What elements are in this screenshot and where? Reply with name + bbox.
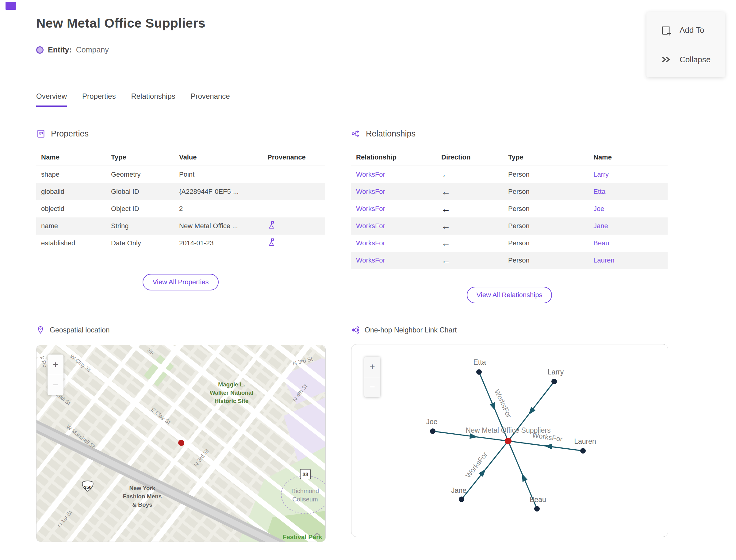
map-zoom-in-button[interactable]: + <box>48 355 63 375</box>
rel-type: Person <box>503 217 588 235</box>
col-type: Type <box>503 149 588 166</box>
node-joe[interactable] <box>430 428 435 434</box>
properties-section-title: Properties <box>51 129 89 139</box>
relationships-section-header: Relationships <box>351 129 668 139</box>
view-all-properties-button[interactable]: View All Properties <box>143 274 218 290</box>
svg-text:Fashion Mens: Fashion Mens <box>123 493 162 500</box>
svg-text:New York: New York <box>129 485 155 491</box>
tab-overview[interactable]: Overview <box>36 92 67 107</box>
map-zoom-out-button[interactable]: − <box>48 375 63 395</box>
node-etta[interactable] <box>476 369 482 375</box>
prop-type: String <box>106 217 174 235</box>
map-location-marker[interactable] <box>178 440 184 446</box>
node-jane[interactable] <box>459 497 464 502</box>
node-label-beau: Beau <box>530 496 546 504</box>
entity-link[interactable]: Larry <box>593 171 609 178</box>
add-to-button[interactable]: Add To <box>660 20 725 40</box>
direction-arrow: ← <box>441 238 450 248</box>
relationship-link[interactable]: WorksFor <box>356 239 385 247</box>
table-row: WorksFor ← Person Jane <box>351 217 668 235</box>
relationship-link[interactable]: WorksFor <box>356 256 385 264</box>
app-corner-accent <box>6 2 16 10</box>
page-title: New Metal Office Suppliers <box>36 16 205 31</box>
entity-link[interactable]: Joe <box>593 205 604 213</box>
edge-label-worksfor: WorksFor <box>532 431 563 443</box>
prop-type: Date Only <box>106 235 174 252</box>
rel-type: Person <box>503 235 588 252</box>
linkchart-title: One-hop Neighbor Link Chart <box>365 326 457 334</box>
relationship-link[interactable]: WorksFor <box>356 188 385 195</box>
table-row: name String New Metal Office ... <box>36 217 325 235</box>
provenance-flag-icon[interactable] <box>267 238 275 247</box>
relationships-section: Relationships Relationship Direction Typ… <box>351 129 668 303</box>
tab-properties[interactable]: Properties <box>82 92 116 107</box>
provenance-flag-icon[interactable] <box>267 221 275 230</box>
rel-type: Person <box>503 200 588 217</box>
chart-zoom-in-button[interactable]: + <box>364 357 380 377</box>
node-lauren[interactable] <box>580 448 586 454</box>
prop-name: shape <box>36 166 106 183</box>
node-beau[interactable] <box>534 506 540 512</box>
rel-type: Person <box>503 183 588 200</box>
tab-provenance[interactable]: Provenance <box>191 92 230 107</box>
entity-label: Entity: <box>48 45 72 54</box>
one-hop-link-chart[interactable]: Etta Larry Joe Lauren Jane Beau New Meta… <box>351 344 668 537</box>
table-row: globalid Global ID {A228944F-0EF5-... <box>36 183 325 200</box>
prop-provenance <box>263 217 325 235</box>
link-chart-icon <box>351 326 360 334</box>
svg-text:33: 33 <box>303 472 309 478</box>
node-center[interactable] <box>505 438 512 444</box>
svg-text:Coliseum: Coliseum <box>292 496 318 503</box>
prop-provenance <box>263 235 325 252</box>
direction-arrow: ← <box>441 169 450 179</box>
rel-type: Person <box>503 166 588 183</box>
svg-text:250: 250 <box>84 485 91 490</box>
node-label-joe: Joe <box>426 418 437 426</box>
entity-type-dot-icon <box>36 46 44 54</box>
table-row: established Date Only 2014-01-23 <box>36 235 325 252</box>
prop-value: {A228944F-0EF5-... <box>174 183 263 200</box>
relationships-section-title: Relationships <box>366 129 416 139</box>
actions-card: Add To Collapse <box>646 12 725 77</box>
direction-arrow: ← <box>441 204 450 214</box>
col-name: Name <box>36 149 106 166</box>
entity-link[interactable]: Etta <box>593 188 605 195</box>
edge-label-worksfor: WorksFor <box>464 451 489 479</box>
table-row: WorksFor ← Person Larry <box>351 166 668 183</box>
add-to-label: Add To <box>680 25 704 35</box>
entity-row: Entity: Company <box>36 45 109 54</box>
prop-type: Object ID <box>106 200 174 217</box>
tab-bar: Overview Properties Relationships Proven… <box>36 92 230 107</box>
properties-section-header: Properties <box>36 129 325 139</box>
chart-zoom-out-button[interactable]: − <box>364 377 380 397</box>
add-to-icon <box>660 24 672 36</box>
linkchart-section-header: One-hop Neighbor Link Chart <box>351 326 457 334</box>
collapse-button[interactable]: Collapse <box>660 50 725 69</box>
chart-zoom-control: + − <box>364 357 380 397</box>
route-shield-33: 33 <box>300 469 311 479</box>
map-zoom-control: + − <box>48 355 63 395</box>
geospatial-map[interactable]: k Ro W Clay St Sa N 3rd St N 4th St arsh… <box>36 345 326 542</box>
svg-text:& Boys: & Boys <box>132 501 152 508</box>
entity-link[interactable]: Lauren <box>593 256 615 264</box>
prop-value: Point <box>174 166 263 183</box>
svg-text:Walker National: Walker National <box>210 389 253 396</box>
relationship-link[interactable]: WorksFor <box>356 205 385 213</box>
entity-link[interactable]: Beau <box>593 239 609 247</box>
relationship-link[interactable]: WorksFor <box>356 171 385 178</box>
properties-section: Properties Name Type Value Provenance sh… <box>36 129 325 290</box>
geospatial-section-header: Geospatial location <box>36 326 110 334</box>
entity-link[interactable]: Jane <box>593 222 608 230</box>
prop-name: globalid <box>36 183 106 200</box>
prop-value: 2014-01-23 <box>174 235 263 252</box>
prop-provenance <box>263 183 325 200</box>
edge-label-worksfor: WorksFor <box>493 388 513 419</box>
relationship-link[interactable]: WorksFor <box>356 222 385 230</box>
view-all-relationships-button[interactable]: View All Relationships <box>467 287 552 303</box>
prop-name: established <box>36 235 106 252</box>
prop-value: New Metal Office ... <box>174 217 263 235</box>
prop-type: Geometry <box>106 166 174 183</box>
col-provenance: Provenance <box>263 149 325 166</box>
node-larry[interactable] <box>551 379 557 384</box>
tab-relationships[interactable]: Relationships <box>131 92 175 107</box>
